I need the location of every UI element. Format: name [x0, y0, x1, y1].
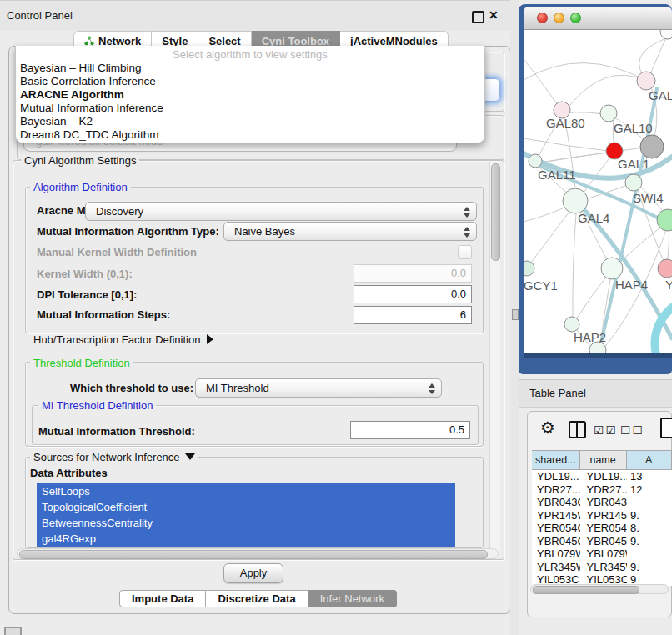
table-cell: YER054C — [532, 522, 580, 535]
algorithm-option[interactable]: Bayesian – Hill Climbing — [16, 62, 484, 75]
settings-vertical-scrollbar[interactable] — [489, 162, 500, 557]
zoom-window-icon[interactable] — [570, 12, 581, 23]
bottom-tab-infer-network[interactable]: Infer Network — [308, 590, 397, 608]
data-attribute-item-selected[interactable]: SelfLoops — [37, 483, 455, 499]
network-node-label: Y — [665, 278, 672, 292]
algorithm-option[interactable]: Bayesian – K2 — [16, 115, 484, 128]
bottom-tab-discretize-data[interactable]: Discretize Data — [206, 590, 308, 608]
divider-handle[interactable] — [512, 309, 519, 320]
table-cell: YDL19... — [580, 470, 627, 483]
table-header-a[interactable]: A — [626, 451, 672, 469]
data-attribute-item-selected[interactable]: BetweennessCentrality — [37, 515, 455, 531]
network-canvas[interactable]: GAL7GAL80GAL10GAL1GAL11SWI4GAL4GCY1HAP4Y… — [524, 30, 672, 352]
expand-right-icon — [207, 334, 213, 344]
algorithm-option[interactable]: Mutual Information Inference — [16, 102, 484, 115]
data-attribute-item-selected[interactable]: gal4RGexp — [37, 531, 455, 547]
network-node-gal10[interactable] — [600, 105, 617, 122]
select-all-rows-icon[interactable]: ☑☑ — [594, 423, 618, 437]
table-header-shared-name[interactable]: shared... — [532, 451, 580, 469]
mi-steps-input[interactable]: 6 — [354, 306, 472, 324]
table-cell: YPR145W — [580, 509, 627, 522]
network-node-label: GAL10 — [614, 121, 653, 135]
hscroll-thumb[interactable] — [19, 550, 488, 559]
table-cell — [627, 496, 672, 509]
deselect-all-rows-icon[interactable]: ☐☐ — [620, 423, 644, 437]
table-row[interactable]: YER054CYER054C8. — [532, 522, 672, 535]
algorithm-definition-title: Algorithm Definition — [30, 181, 131, 193]
mi-threshold-input[interactable]: 0.5 — [350, 421, 470, 439]
network-edge[interactable] — [573, 202, 577, 324]
table-cell: 9. — [627, 561, 672, 574]
mi-type-label: Mutual Information Algorithm Type: — [37, 225, 219, 238]
close-window-icon[interactable] — [537, 12, 548, 23]
network-node-gal4[interactable] — [563, 188, 588, 213]
table-panel-title: Table Panel — [529, 387, 586, 399]
algorithm-dropdown-prompt: Select algorithm to view settings — [16, 46, 484, 62]
sources-title-toggle[interactable]: Sources for Network Inference — [30, 451, 198, 463]
table-row[interactable]: YLR345WYLR345W9. — [532, 561, 672, 574]
cyni-bottom-tabs: Impute DataDiscretize DataInfer Network — [119, 590, 397, 608]
table-cell: YBR045C — [580, 535, 627, 548]
network-node-swi4[interactable] — [625, 174, 642, 191]
network-node-label: GCY1 — [524, 278, 558, 292]
table-cell: YLR345W — [532, 561, 580, 574]
network-node[interactable] — [640, 135, 664, 158]
mi-type-combobox[interactable]: Naive Bayes — [223, 222, 477, 241]
table-cell: 9. — [627, 535, 672, 548]
network-node-label: GAL4 — [578, 211, 609, 225]
column-layout-icon[interactable] — [569, 421, 586, 438]
network-edge[interactable] — [524, 62, 648, 82]
network-node-gcy1[interactable] — [524, 261, 534, 276]
table-settings-gear-icon[interactable]: ⚙ — [540, 419, 555, 436]
table-row[interactable]: YBR045CYBR045C9. — [532, 535, 672, 548]
network-node[interactable] — [660, 30, 672, 39]
table-row[interactable]: YBL079WYBL079W — [532, 548, 672, 561]
aracne-mode-combobox[interactable]: Discovery — [85, 202, 477, 221]
table-cell: 8. — [627, 522, 672, 535]
table-cell — [627, 548, 672, 561]
table-cell: YLR345W — [580, 561, 627, 574]
vscroll-thumb[interactable] — [491, 163, 500, 261]
table-cell: YDR27... — [580, 483, 627, 497]
import-table-icon[interactable] — [660, 418, 672, 438]
manual-kernel-label: Manual Kernel Width Definition — [37, 246, 197, 258]
kernel-width-input[interactable]: 0.0 — [354, 264, 472, 282]
data-attributes-label: Data Attributes — [30, 467, 108, 479]
network-node-hap4[interactable] — [601, 258, 623, 279]
data-attributes-list[interactable]: SelfLoopsTopologicalCoefficientBetweenne… — [37, 483, 455, 547]
threshold-definition-title: Threshold Definition — [30, 357, 133, 369]
table-cell: 12 — [627, 483, 672, 497]
table-header-name[interactable]: name — [579, 451, 627, 469]
table-cell: YBR043C — [580, 496, 627, 509]
algorithm-option[interactable]: Basic Correlation Inference — [16, 75, 484, 88]
network-node-y[interactable] — [658, 259, 672, 278]
network-node-gal11[interactable] — [529, 154, 542, 168]
table-cell: 9. — [627, 509, 672, 522]
close-panel-icon[interactable]: ✕ — [489, 8, 499, 22]
algorithm-option[interactable]: Dream8 DC_TDC Algorithm — [16, 128, 484, 142]
apply-button[interactable]: Apply — [223, 563, 283, 583]
table-row[interactable]: YDL19...YDL19...13 — [532, 470, 672, 483]
table-horizontal-scrollbar[interactable] — [530, 584, 669, 594]
algorithm-option[interactable]: ARACNE Algorithm — [16, 88, 484, 102]
mi-steps-label: Mutual Information Steps: — [37, 308, 170, 321]
which-threshold-combobox[interactable]: MI Threshold — [195, 378, 442, 398]
float-panel-icon[interactable] — [472, 11, 484, 23]
network-node-label: SWI4 — [633, 191, 664, 205]
settings-horizontal-scrollbar[interactable] — [17, 548, 499, 559]
manual-kernel-checkbox[interactable] — [458, 245, 472, 259]
hub-definition-toggle[interactable]: Hub/Transcription Factor Definition — [33, 333, 213, 346]
table-row[interactable]: YPR145WYPR145W9. — [532, 509, 672, 522]
minimized-panel-icon[interactable] — [4, 627, 22, 635]
dpi-tolerance-input[interactable]: 0.0 — [354, 285, 472, 303]
table-hscroll-thumb[interactable] — [533, 586, 639, 594]
minimize-window-icon[interactable] — [554, 12, 564, 23]
network-node-label: GAL11 — [538, 168, 576, 182]
data-attribute-item-selected[interactable]: TopologicalCoefficient — [37, 499, 455, 515]
hub-definition-label: Hub/Transcription Factor Definition — [33, 333, 200, 346]
table-row[interactable]: YDR27...YDR27...12 — [532, 483, 672, 497]
bottom-tab-impute-data[interactable]: Impute Data — [119, 590, 206, 608]
network-node-gal7[interactable] — [637, 72, 655, 90]
table-row[interactable]: YBR043CYBR043C — [532, 496, 672, 509]
table-cell: YDR27... — [532, 483, 580, 497]
